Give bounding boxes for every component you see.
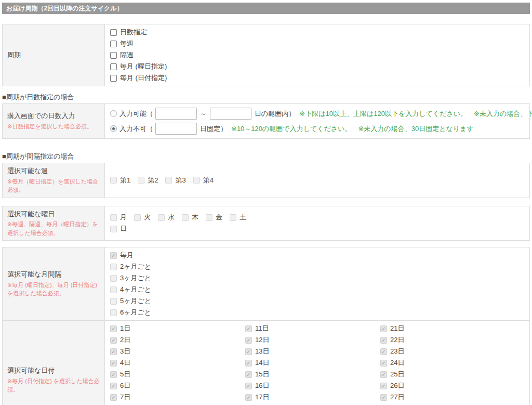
- selectable-dates-label: 選択可能な日付: [7, 366, 100, 375]
- month-interval-label-cell: 選択可能な月間隔 ※毎月 (曜日指定)、毎月 (日付指定) を選択した場合必須。: [3, 247, 105, 320]
- checkbox-icon[interactable]: [110, 75, 117, 82]
- input-not-allowed-option: 入力不可（ 日固定） ※10～120の範囲で入力してください。 ※未入力の場合、…: [110, 123, 532, 135]
- date-option: ✓12日: [245, 335, 380, 345]
- week-option: 第3: [165, 176, 185, 185]
- input-allowed-option: 入力可能（ ～ 日の範囲内） ※下限は10以上、上限は120以下を入力してくださ…: [110, 108, 532, 120]
- checkbox-icon: [134, 214, 141, 221]
- month-interval-row: 選択可能な月間隔 ※毎月 (曜日指定)、毎月 (日付指定) を選択した場合必須。…: [3, 247, 529, 320]
- date-option: ✓14日: [245, 358, 380, 368]
- selectable-weeks-options-cell: 第1第2第3第4: [105, 163, 529, 198]
- checkbox-icon: [110, 298, 117, 305]
- input-allowed-radio[interactable]: [110, 110, 117, 117]
- checkbox-checked-icon: ✓: [245, 325, 252, 332]
- date-option-label: 11日: [255, 324, 269, 333]
- section-header-bar: お届け周期（2回目以降の注文サイクル）: [2, 3, 530, 14]
- checkbox-icon: [158, 214, 165, 221]
- cycle-option[interactable]: 日数指定: [110, 28, 524, 37]
- days-input-required-note: ※日数指定を選択した場合必須。: [7, 122, 100, 131]
- date-option: ✓5日: [110, 370, 245, 379]
- checkbox-icon[interactable]: [110, 29, 117, 36]
- date-option: ✓24日: [380, 358, 515, 368]
- date-option-label: 4日: [120, 358, 130, 368]
- checkbox-checked-icon: ✓: [110, 252, 117, 259]
- date-column: ✓1日✓2日✓3日✓4日✓5日✓6日✓7日✓8日✓9日✓10日: [110, 323, 245, 405]
- checkbox-icon: [206, 214, 212, 221]
- days-lower-limit-input[interactable]: [155, 108, 197, 120]
- cycle-options-list: 日数指定毎週隔週毎月 (曜日指定)毎月 (日付指定): [110, 27, 524, 84]
- cycle-option[interactable]: 毎月 (日付指定): [110, 73, 524, 83]
- date-option: ✓6日: [110, 381, 245, 390]
- date-option: ✓2日: [110, 335, 245, 345]
- date-option-label: 6日: [120, 381, 130, 390]
- cycle-label: 周期: [7, 50, 100, 60]
- selectable-weekdays-required-note: ※毎週、隔週、毎月（曜日指定）を選択した場合必須。: [7, 220, 100, 237]
- days-input-row: 購入画面での日数入力 ※日数指定を選択した場合必須。 入力可能（ ～ 日の範囲内…: [3, 104, 529, 138]
- date-option-label: 22日: [390, 335, 404, 345]
- weeks-options-list: 第1第2第3第4: [110, 175, 524, 186]
- checkbox-icon: [110, 309, 117, 316]
- checkbox-checked-icon: ✓: [245, 371, 252, 378]
- cycle-option-label: 毎月 (曜日指定): [120, 62, 167, 71]
- date-option: ✓27日: [380, 393, 515, 402]
- date-option-label: 23日: [390, 347, 404, 356]
- cycle-option[interactable]: 毎月 (曜日指定): [110, 62, 524, 71]
- cycle-option[interactable]: 毎週: [110, 39, 524, 48]
- month-interval-option: 3ヶ月ごと: [110, 273, 524, 283]
- week-option: 第2: [138, 176, 158, 185]
- date-option: ✓7日: [110, 393, 245, 402]
- checkbox-icon: [110, 226, 117, 232]
- selectable-weekdays-label-cell: 選択可能な曜日 ※毎週、隔週、毎月（曜日指定）を選択した場合必須。: [3, 206, 105, 241]
- weekday-option-label: 土: [240, 213, 246, 222]
- input-not-allowed-suffix: 日固定）: [200, 124, 227, 134]
- fixed-days-input[interactable]: [155, 123, 197, 135]
- input-not-allowed-help: ※10～120の範囲で入力してください。 ※未入力の場合、30日固定となります: [231, 124, 474, 134]
- checkbox-checked-icon: ✓: [245, 394, 252, 401]
- cycle-option[interactable]: 隔週: [110, 50, 524, 60]
- date-option-label: 2日: [120, 335, 130, 345]
- date-column: ✓21日✓22日✓23日✓24日✓25日✓26日✓27日✓28日✓末日: [380, 323, 515, 405]
- checkbox-checked-icon: ✓: [245, 360, 252, 367]
- input-not-allowed-label: 入力不可（: [119, 124, 153, 134]
- checkbox-checked-icon: ✓: [245, 337, 252, 344]
- checkbox-icon[interactable]: [110, 41, 117, 47]
- date-option: ✓23日: [380, 347, 515, 356]
- checkbox-checked-icon: ✓: [110, 371, 117, 378]
- checkbox-icon[interactable]: [110, 52, 117, 59]
- week-option-label: 第4: [203, 176, 214, 185]
- date-option: ✓26日: [380, 381, 515, 390]
- checkbox-checked-icon: ✓: [380, 337, 387, 344]
- checkbox-checked-icon: ✓: [110, 325, 117, 332]
- weekday-option-label: 水: [168, 213, 175, 222]
- cycle-option-label: 隔週: [120, 50, 134, 60]
- month-interval-label: 選択可能な月間隔: [7, 270, 100, 279]
- days-upper-limit-input[interactable]: [210, 108, 251, 120]
- week-option-label: 第2: [148, 176, 158, 185]
- input-not-allowed-radio[interactable]: [110, 125, 117, 132]
- date-option: ✓22日: [380, 335, 515, 345]
- month-interval-option: 5ヶ月ごと: [110, 296, 524, 306]
- weekday-option-label: 月: [120, 213, 127, 222]
- selectable-weekdays-table: 選択可能な曜日 ※毎週、隔週、毎月（曜日指定）を選択した場合必須。 月火水木金土…: [2, 206, 530, 241]
- week-option-label: 第3: [175, 176, 185, 185]
- date-option: ✓1日: [110, 324, 245, 333]
- checkbox-icon: [110, 177, 117, 184]
- selectable-weeks-label: 選択可能な週: [7, 166, 100, 176]
- weekday-option: 日: [110, 224, 127, 233]
- date-option-label: 21日: [390, 324, 404, 333]
- month-interval-option-label: 毎月: [120, 251, 134, 260]
- checkbox-icon[interactable]: [110, 63, 117, 70]
- date-option: ✓13日: [245, 347, 380, 356]
- input-allowed-help: ※下限は10以上、上限は120以下を入力してください。 ※未入力の場合、下限10…: [299, 109, 532, 119]
- date-option-label: 15日: [255, 370, 269, 379]
- checkbox-checked-icon: ✓: [380, 360, 387, 367]
- checkbox-icon: [110, 264, 117, 270]
- date-option: ✓11日: [245, 324, 380, 333]
- days-input-options-cell: 入力可能（ ～ 日の範囲内） ※下限は10以上、上限は120以下を入力してくださ…: [105, 104, 532, 138]
- checkbox-icon: [110, 275, 117, 282]
- weekday-option-label: 金: [216, 213, 222, 222]
- checkbox-checked-icon: ✓: [110, 337, 117, 344]
- month-interval-option-label: 5ヶ月ごと: [120, 296, 151, 306]
- days-input-label-cell: 購入画面での日数入力 ※日数指定を選択した場合必須。: [3, 104, 105, 138]
- cycle-label-cell: 周期: [3, 24, 105, 86]
- weekday-option-label: 日: [120, 224, 127, 233]
